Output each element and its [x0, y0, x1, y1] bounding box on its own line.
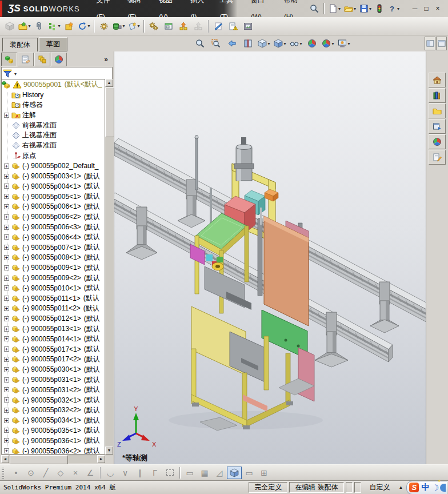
tree-component-item[interactable]: +(-) 900055p012<1>(默认 — [2, 313, 105, 324]
preview-window-button[interactable] — [162, 19, 175, 34]
exploded-view-button[interactable] — [177, 19, 190, 34]
tree-component-item[interactable]: +(-) 900055p017<2>(默认 — [2, 354, 105, 365]
section-view-button[interactable] — [241, 37, 255, 50]
dropdown-arrow-icon[interactable]: ▾ — [267, 41, 270, 46]
filter-funnel-icon[interactable] — [3, 69, 12, 78]
scroll-thumb[interactable] — [105, 87, 114, 137]
zoom-to-fit-button[interactable] — [193, 37, 207, 50]
tree-component-item[interactable]: +(-) 900055p030<1>(默认 — [2, 364, 105, 375]
assembly-xpert-button[interactable] — [147, 19, 161, 34]
expander-icon[interactable]: + — [4, 377, 9, 383]
expander-icon[interactable]: + — [4, 306, 9, 311]
tangent-arc-button[interactable]: ◡ — [103, 467, 118, 479]
triangle-button[interactable]: ◿ — [212, 467, 227, 479]
tree-component-item[interactable]: +(-) 900055p031<1>(默认 — [2, 375, 105, 385]
capture-image-button[interactable] — [241, 19, 255, 34]
tree-item-注解[interactable]: +A注解 — [2, 110, 105, 120]
tree-component-item[interactable]: +(-) 900055p010<1>(默认 — [2, 283, 105, 293]
construction-point-button[interactable] — [162, 467, 177, 479]
show-hidden-components-button[interactable] — [97, 19, 111, 34]
configurationmanager-tab[interactable] — [34, 53, 50, 66]
expander-icon[interactable]: + — [4, 204, 9, 209]
tree-item-上视基准面[interactable]: 上视基准面 — [2, 130, 105, 141]
grid-button[interactable]: ▦ — [197, 467, 212, 479]
tree-component-item[interactable]: +(-) 900055p003<1>(默认 — [2, 171, 105, 181]
tree-component-item[interactable]: +(-) 900055p031<2>(默认 — [2, 385, 105, 395]
ime-language-icon[interactable]: 中 — [421, 483, 429, 493]
smart-fasteners-button[interactable] — [62, 19, 76, 34]
expander-icon[interactable]: + — [4, 214, 9, 220]
panel-more-button[interactable]: » — [104, 55, 108, 63]
tree-component-item[interactable]: +(-) 900055p036<2>(默认 — [2, 446, 105, 455]
search-icon[interactable] — [310, 4, 321, 13]
tree-component-item[interactable]: +(-) 900055p009<2>(默认 — [2, 273, 105, 283]
scroll-thumb[interactable] — [10, 455, 68, 464]
expander-icon[interactable]: + — [4, 397, 9, 403]
dropdown-arrow-icon[interactable]: ▾ — [354, 6, 356, 11]
tree-component-item[interactable]: +(-) 900055p005<1>(默认 — [2, 192, 105, 202]
expander-icon[interactable]: + — [4, 276, 9, 281]
tree-component-item[interactable]: +(-) 900055p013<1>(默认 — [2, 324, 105, 334]
orange-block[interactable] — [265, 189, 278, 201]
tree-item-传感器[interactable]: 传感器 — [2, 100, 105, 110]
dropdown-arrow-icon[interactable]: ▾ — [87, 23, 90, 29]
scroll-down-icon[interactable]: ▼ — [105, 447, 113, 455]
expand-arrow-icon[interactable]: ▲ — [399, 485, 403, 490]
expander-icon[interactable]: + — [4, 316, 9, 321]
expander-icon[interactable]: + — [4, 418, 9, 423]
guide-rod[interactable] — [210, 188, 212, 224]
tree-root-item[interactable]: 900055p001(默认<默认_ — [2, 79, 105, 90]
four-viewport-button[interactable]: ⊞ — [257, 467, 271, 479]
expander-icon[interactable]: + — [4, 387, 9, 392]
tree-item-右视基准面[interactable]: 右视基准面 — [2, 141, 105, 151]
new-document-button[interactable]: ▾ — [327, 3, 342, 14]
shaded-with-edges-button[interactable] — [227, 467, 242, 479]
restore-button[interactable]: □ — [421, 1, 432, 17]
tree-component-item[interactable]: +(-) 900055p008<1>(默认 — [2, 253, 105, 263]
custom-properties-tab[interactable] — [429, 150, 446, 165]
tree-component-item[interactable]: +(-) 900055p017<1>(默认 — [2, 344, 105, 354]
dropdown-arrow-icon[interactable]: ▾ — [397, 6, 399, 11]
trim-entities-button[interactable]: × — [68, 467, 83, 479]
hide-show-items-button[interactable]: ▾ — [289, 37, 303, 50]
tab-草图[interactable]: 草图 — [39, 37, 67, 51]
dropdown-arrow-icon[interactable]: ▾ — [122, 23, 125, 29]
view-palette-tab[interactable] — [429, 119, 446, 134]
solidworks-resources-tab[interactable] — [429, 73, 446, 87]
explode-line-sketch-button[interactable] — [191, 19, 205, 34]
tree-horizontal-scrollbar[interactable]: ◄ ► — [1, 455, 105, 463]
tree-component-item[interactable]: +(-) 900055p006<2>(默认 — [2, 212, 105, 222]
cyan-part[interactable] — [206, 254, 213, 261]
mate-button[interactable] — [33, 19, 46, 34]
expander-icon[interactable]: + — [4, 367, 9, 372]
tree-component-item[interactable]: +(-) 900055p006<4>(默认 — [2, 232, 105, 242]
assembly-features-button[interactable]: ▾ — [112, 19, 126, 34]
featuremanager-tree-tab[interactable] — [1, 53, 17, 66]
reference-geometry-button[interactable]: ▾ — [127, 19, 141, 34]
minimize-button[interactable]: ─ — [409, 1, 421, 17]
lower-pink-panel[interactable] — [298, 348, 314, 401]
expander-icon[interactable]: + — [4, 346, 9, 352]
tree-component-item[interactable]: +(-) 900055p035<1>(默认 — [2, 425, 105, 436]
tab-装配体[interactable]: 装配体 — [2, 38, 38, 51]
tree-item-原点[interactable]: 原点 — [2, 151, 105, 161]
linear-component-pattern-button[interactable]: ▾ — [47, 19, 61, 34]
motor-cylinder[interactable] — [234, 137, 254, 181]
expander-icon[interactable]: + — [4, 265, 9, 270]
single-viewport-button[interactable]: ▭ — [242, 467, 257, 479]
expander-icon[interactable]: + — [4, 428, 9, 433]
sketch-circle-button[interactable]: ⊙ — [23, 467, 38, 479]
expander-icon[interactable]: + — [4, 255, 9, 260]
display-style-button[interactable]: ▾ — [273, 37, 287, 50]
pin-commandmanager-button[interactable] — [425, 37, 435, 50]
tree-component-item[interactable]: +(-) 900055p011<2>(默认 — [2, 304, 105, 314]
expander-icon[interactable]: + — [4, 234, 9, 240]
insert-component-button[interactable]: ▾ — [18, 19, 31, 34]
tree-item-History[interactable]: History — [2, 90, 105, 100]
dropdown-arrow-icon[interactable]: ▾ — [283, 41, 286, 46]
sensor-rod[interactable] — [260, 208, 262, 225]
tree-component-item[interactable]: +(-) 900055p014<1>(默认 — [2, 334, 105, 344]
close-button[interactable]: × — [432, 1, 443, 17]
edit-appearance-button[interactable] — [305, 37, 319, 50]
help-button[interactable]: ?▾ — [386, 3, 401, 14]
